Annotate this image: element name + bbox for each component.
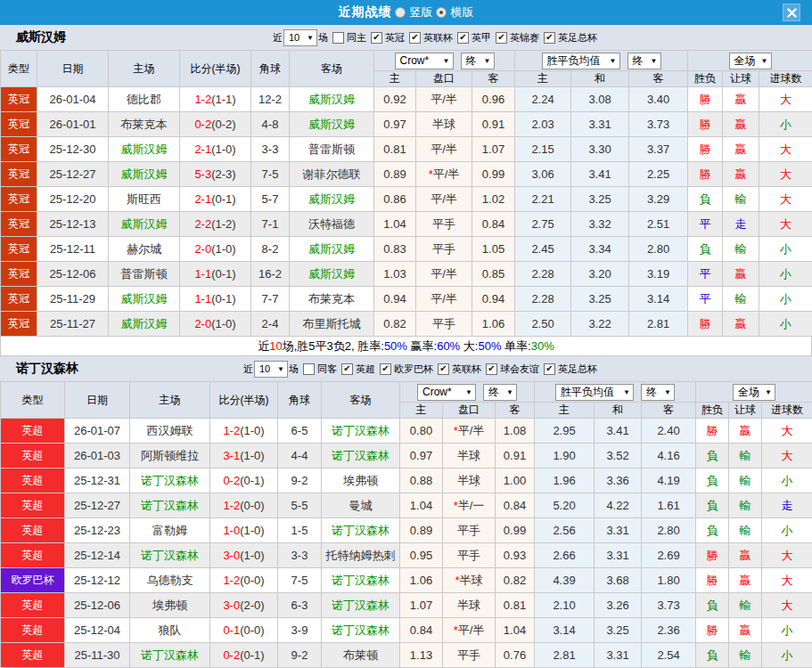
score-cell: 1-2(0-0): [210, 493, 278, 518]
asian-home-odds: 0.83: [374, 237, 416, 262]
outcome-cell: 負: [696, 468, 729, 493]
match-date: 25-12-31: [65, 468, 130, 493]
competition-label-4[interactable]: 英足总杯: [558, 363, 597, 376]
handicap-result-cell: 輸: [729, 593, 762, 618]
competition-checkbox-2[interactable]: [438, 363, 449, 375]
competition-checkbox-3[interactable]: [496, 32, 507, 44]
column-header: 进球数: [762, 403, 812, 419]
match-row: 英超25-12-04狼队0-1(0-0)3-9诺丁汉森林0.84*平/半1.04…: [1, 618, 812, 643]
competition-checkbox-1[interactable]: [409, 32, 421, 44]
competition-badge: 英冠: [1, 287, 37, 312]
corners-cell: 6-5: [278, 419, 322, 444]
competition-checkbox-2[interactable]: [457, 32, 469, 44]
radio-button[interactable]: [395, 7, 406, 18]
competition-checkbox-0[interactable]: [371, 32, 382, 44]
competition-label-2[interactable]: 英甲: [472, 31, 491, 45]
home-team: 斯旺西: [109, 187, 180, 212]
euro-away-odds: 3.73: [629, 112, 688, 137]
corners-cell: 1-5: [278, 518, 322, 543]
competition-checkbox-3[interactable]: [486, 363, 497, 375]
competition-label-0[interactable]: 英超: [356, 363, 375, 376]
column-header: 客场: [322, 382, 400, 419]
competition-label-4[interactable]: 英足总杯: [558, 31, 597, 45]
asian-away-odds: 1.05: [472, 237, 515, 262]
match-date: 25-12-04: [65, 618, 130, 643]
competition-checkbox-4[interactable]: [544, 32, 555, 44]
handicap-line: 平/半: [416, 87, 472, 112]
competition-label-3[interactable]: 英锦赛: [510, 31, 539, 45]
scope-select-value: 全场: [734, 53, 756, 69]
home-team: 威斯汉姆: [109, 312, 180, 337]
competition-label-1[interactable]: 欧罗巴杯: [394, 363, 433, 376]
score-cell: 1-1(0-1): [180, 287, 251, 312]
scope-select[interactable]: 全场▼: [733, 384, 775, 401]
handicap-text: 半球: [432, 118, 455, 131]
final-select[interactable]: 终▼: [461, 53, 495, 69]
view-option-horizontal: 横版: [436, 4, 474, 20]
match-row: 英超25-12-06埃弗顿3-0(2-0)6-3诺丁汉森林1.07半球0.812…: [1, 593, 812, 618]
match-row: 英冠26-01-04德比郡1-2(1-1)12-2威斯汉姆0.92平/半0.96…: [1, 87, 812, 112]
handicap-text: 平手: [432, 317, 455, 330]
bookmaker-select[interactable]: Crow*▼: [417, 384, 476, 401]
asian-away-odds: 0.91: [496, 444, 535, 468]
competition-label-3[interactable]: 球会友谊: [500, 363, 539, 376]
fulltime-score: 1-0: [223, 524, 240, 537]
home-team: 诺丁汉森林: [130, 543, 210, 568]
euro-away-odds: 2.81: [629, 312, 688, 337]
radio-label[interactable]: 横版: [451, 4, 474, 20]
competition-label-0[interactable]: 英冠: [385, 31, 405, 45]
same-venue-label[interactable]: 同客: [317, 363, 337, 376]
euro-draw-odds: 3.25: [571, 287, 629, 312]
outcome-cell: 負: [696, 518, 729, 543]
match-date: 25-12-27: [65, 493, 130, 518]
final-select[interactable]: 终▼: [483, 384, 517, 401]
fulltime-score: 3-0: [223, 549, 240, 562]
dropdown-arrow-icon: ▼: [307, 34, 314, 42]
competition-label-1[interactable]: 英联杯: [423, 31, 453, 45]
home-team: 普雷斯顿: [109, 262, 180, 287]
match-count-select[interactable]: 10▼: [254, 361, 288, 378]
match-date: 26-01-03: [65, 444, 130, 468]
same-venue-checkbox[interactable]: [303, 363, 315, 375]
goals-result-cell: 大: [759, 87, 812, 112]
radio-label[interactable]: 竖版: [410, 4, 433, 20]
euro-home-odds: 2.66: [535, 543, 595, 568]
handicap-result-cell: 贏: [729, 568, 762, 593]
match-count-select[interactable]: 10▼: [283, 29, 317, 46]
halftime-score: (2-0): [240, 599, 264, 612]
handicap-line: 平/半: [416, 187, 472, 212]
odds-source-controls-inner: Crow*▼终▼: [374, 53, 514, 69]
competition-checkbox-0[interactable]: [341, 363, 353, 375]
euro-away-odds: 4.16: [642, 444, 696, 468]
competition-checkbox-4[interactable]: [544, 363, 555, 375]
final-select[interactable]: 终▼: [627, 53, 661, 69]
fulltime-score: 0-1: [223, 623, 240, 637]
handicap-text: 平手: [432, 217, 455, 231]
score-cell: 2-0(1-0): [180, 237, 251, 262]
fulltime-score: 3-1: [223, 449, 240, 462]
same-venue-label[interactable]: 同主: [347, 31, 366, 45]
column-header: 客: [472, 71, 515, 87]
halftime-score: (0-1): [211, 192, 235, 206]
handicap-text: 平/半: [433, 167, 460, 181]
euro-draw-odds: 3.22: [571, 312, 629, 337]
dropdown-arrow-icon: ▼: [651, 57, 658, 65]
outcome-cell: 平: [688, 287, 723, 312]
radio-button-selected[interactable]: [436, 7, 447, 18]
final-select-value: 终: [633, 53, 644, 69]
scope-select[interactable]: 全场▼: [729, 53, 772, 69]
close-button[interactable]: [783, 4, 800, 21]
halftime-score: (0-2): [211, 118, 235, 131]
final-select[interactable]: 终▼: [641, 384, 675, 401]
competition-checkbox-1[interactable]: [380, 363, 391, 375]
asian-away-odds: 0.85: [472, 262, 515, 287]
final-select-value: 终: [646, 385, 657, 400]
bookmaker-select[interactable]: Crow*▼: [395, 53, 454, 69]
scope-controls: 全场▼: [696, 382, 812, 403]
same-venue-checkbox[interactable]: [332, 32, 344, 44]
goals-result-cell: 小: [762, 518, 812, 543]
competition-label-2[interactable]: 英联杯: [452, 363, 481, 376]
outcome-cell: 勝: [688, 112, 723, 137]
avg-odds-select[interactable]: 胜平负均值▼: [542, 53, 620, 69]
avg-odds-select[interactable]: 胜平负均值▼: [555, 384, 634, 401]
